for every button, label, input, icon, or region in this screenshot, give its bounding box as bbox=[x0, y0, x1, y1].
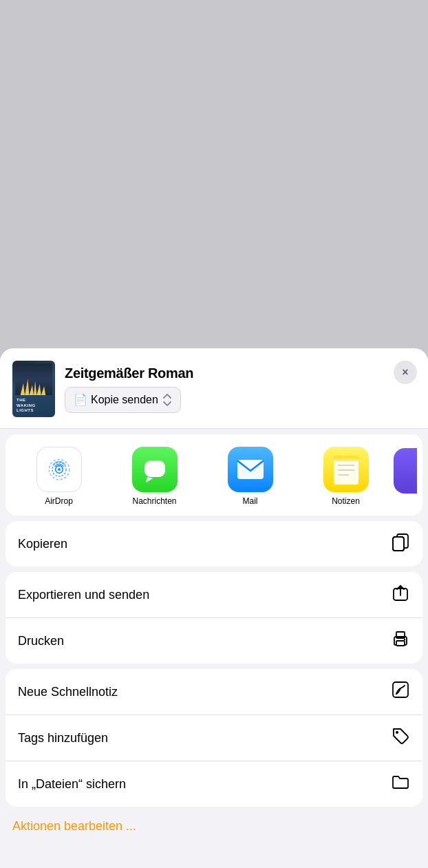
quick-note-action[interactable]: Neue Schnellnotiz bbox=[6, 669, 422, 715]
app-messages[interactable]: Nachrichten bbox=[107, 447, 202, 506]
share-sheet: THEWAKINGLIGHTS Zeitgemäßer Roman 📄 Kopi… bbox=[0, 348, 428, 868]
app-notes[interactable]: Notizen bbox=[298, 447, 394, 506]
mail-svg bbox=[236, 458, 265, 480]
copy-action[interactable]: Kopieren bbox=[6, 521, 422, 567]
book-title: Zeitgemäßer Roman bbox=[65, 366, 416, 381]
send-copy-button[interactable]: 📄 Kopie senden bbox=[65, 387, 181, 413]
mail-label: Mail bbox=[242, 496, 257, 506]
airdrop-label: AirDrop bbox=[45, 496, 73, 506]
save-files-action[interactable]: In „Dateien“ sichern bbox=[6, 761, 422, 807]
edit-actions[interactable]: Aktionen bearbeiten ... bbox=[0, 807, 428, 840]
sheet-header: THEWAKINGLIGHTS Zeitgemäßer Roman 📄 Kopi… bbox=[0, 348, 428, 429]
svg-marker-5 bbox=[146, 477, 153, 483]
app-partial[interactable] bbox=[394, 447, 417, 506]
app-airdrop[interactable]: AirDrop bbox=[11, 447, 107, 506]
notes-icon bbox=[323, 447, 369, 492]
svg-rect-4 bbox=[145, 461, 165, 477]
export-icon bbox=[391, 583, 410, 606]
edit-actions-label: Aktionen bearbeiten ... bbox=[12, 819, 136, 833]
messages-label: Nachrichten bbox=[132, 496, 176, 506]
print-action[interactable]: Drucken bbox=[6, 618, 422, 664]
action-group-1: Kopieren bbox=[6, 521, 422, 567]
action-group-3: Neue Schnellnotiz Tags hinzufügen In „Da… bbox=[6, 669, 422, 807]
partial-icon bbox=[394, 448, 417, 494]
messages-icon bbox=[132, 447, 178, 492]
svg-rect-11 bbox=[334, 456, 359, 461]
quick-note-icon bbox=[391, 680, 410, 703]
export-action[interactable]: Exportieren und senden bbox=[6, 572, 422, 618]
notes-label: Notizen bbox=[332, 496, 360, 506]
airdrop-svg bbox=[44, 454, 74, 485]
app-mail[interactable]: Mail bbox=[202, 447, 298, 506]
add-tag-action[interactable]: Tags hinzufügen bbox=[6, 715, 422, 761]
svg-rect-7 bbox=[334, 458, 359, 485]
svg-point-3 bbox=[58, 468, 61, 471]
export-label: Exportieren und senden bbox=[18, 588, 149, 602]
add-tag-label: Tags hinzufügen bbox=[18, 731, 108, 745]
folder-icon bbox=[391, 772, 410, 796]
print-label: Drucken bbox=[18, 634, 64, 648]
header-text: Zeitgemäßer Roman 📄 Kopie senden bbox=[65, 366, 416, 413]
mail-icon bbox=[228, 447, 273, 492]
svg-point-20 bbox=[404, 639, 405, 640]
quick-note-label: Neue Schnellnotiz bbox=[18, 685, 118, 699]
copy-label: Kopieren bbox=[18, 537, 67, 551]
svg-rect-18 bbox=[396, 641, 405, 646]
svg-point-22 bbox=[396, 731, 398, 734]
send-copy-label: 📄 Kopie senden bbox=[74, 393, 158, 406]
doc-icon: 📄 bbox=[74, 393, 87, 406]
action-group-2: Exportieren und senden Drucken bbox=[6, 572, 422, 664]
apps-row: AirDrop Nachrichten Mail bbox=[6, 434, 422, 516]
messages-svg bbox=[140, 455, 169, 484]
tag-icon bbox=[391, 726, 410, 750]
notes-svg bbox=[330, 452, 363, 487]
airdrop-icon bbox=[36, 447, 82, 492]
save-files-label: In „Dateien“ sichern bbox=[18, 777, 126, 792]
book-cover: THEWAKINGLIGHTS bbox=[12, 361, 55, 417]
copy-icon bbox=[391, 532, 410, 555]
close-icon: × bbox=[402, 367, 408, 378]
close-button[interactable]: × bbox=[394, 361, 417, 384]
print-icon bbox=[391, 629, 410, 653]
chevron-updown-icon bbox=[162, 393, 172, 407]
svg-rect-13 bbox=[393, 537, 404, 551]
